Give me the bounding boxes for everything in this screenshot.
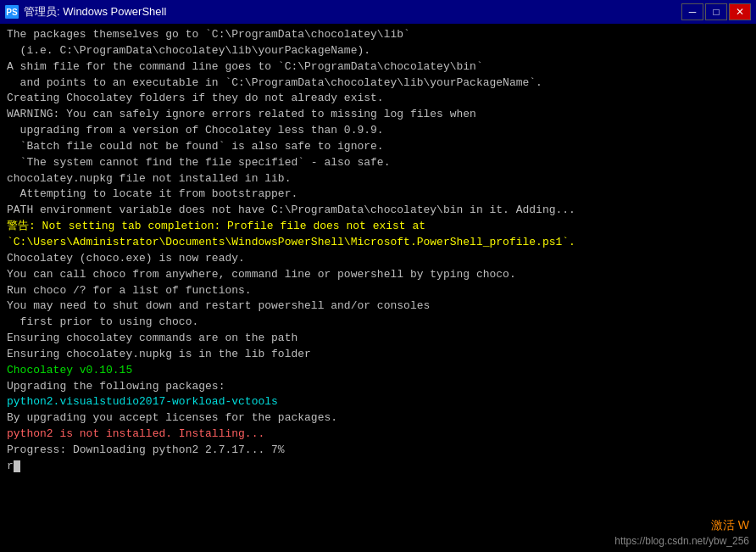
terminal-line: upgrading from a version of Chocolatey l…: [7, 123, 749, 139]
terminal-line: `Batch file could not be found` is also …: [7, 139, 749, 155]
terminal-line: You may need to shut down and restart po…: [7, 298, 749, 315]
terminal-line: `The system cannot find the file specifi…: [7, 155, 749, 171]
activate-label: 激活 W: [614, 516, 749, 533]
terminal-line: 警告: Not setting tab completion: Profile …: [7, 219, 749, 235]
terminal-line: python2.visualstudio2017-workload-vctool…: [7, 394, 749, 410]
maximize-button[interactable]: □: [705, 3, 727, 20]
watermark-url: https://blog.csdn.net/ybw_256: [614, 534, 749, 549]
terminal-line: A shim file for the command line goes to…: [7, 59, 749, 75]
terminal-line: By upgrading you accept licenses for the…: [7, 410, 749, 427]
terminal-line: Ensuring chocolatey.nupkg is in the lib …: [7, 347, 749, 363]
terminal-line: Progress: Downloading python2 2.7.17... …: [7, 443, 749, 459]
terminal-line: The packages themselves go to `C:\Progra…: [7, 27, 749, 43]
terminal-line: You can call choco from anywhere, comman…: [7, 267, 749, 283]
terminal-line: PATH environment variable does not have …: [7, 203, 749, 219]
minimize-button[interactable]: ─: [681, 3, 703, 20]
powershell-icon: PS: [5, 5, 19, 19]
window-title: 管理员: Windows PowerShell: [24, 4, 166, 20]
terminal-output: The packages themselves go to `C:\Progra…: [0, 24, 756, 552]
window-controls: ─ □ ✕: [681, 3, 751, 20]
titlebar: PS 管理员: Windows PowerShell ─ □ ✕: [0, 0, 756, 24]
watermark: 激活 W https://blog.csdn.net/ybw_256: [614, 516, 749, 549]
close-button[interactable]: ✕: [729, 3, 751, 20]
terminal-line: r: [7, 459, 749, 475]
terminal-cursor: [14, 460, 20, 472]
titlebar-left: PS 管理员: Windows PowerShell: [5, 4, 166, 20]
terminal-line: Ensuring chocolatey commands are on the …: [7, 331, 749, 347]
terminal-line: Chocolatey (choco.exe) is now ready.: [7, 251, 749, 267]
terminal-line: first prior to using choco.: [7, 315, 749, 331]
terminal-line: (i.e. C:\ProgramData\chocolatey\lib\your…: [7, 43, 749, 59]
terminal-line: WARNING: You can safely ignore errors re…: [7, 107, 749, 123]
terminal-line: and points to an executable in `C:\Progr…: [7, 75, 749, 92]
terminal-line: chocolatey.nupkg file not installed in l…: [7, 171, 749, 187]
terminal-line: Creating Chocolatey folders if they do n…: [7, 91, 749, 107]
terminal-line: Attempting to locate it from bootstrappe…: [7, 187, 749, 203]
terminal-line: `C:\Users\Administrator\Documents\Window…: [7, 235, 749, 251]
terminal-line: Upgrading the following packages:: [7, 379, 749, 395]
terminal-line: python2 is not installed. Installing...: [7, 427, 749, 443]
terminal-line: Chocolatey v0.10.15: [7, 363, 749, 379]
terminal-line: Run choco /? for a list of functions.: [7, 283, 749, 299]
